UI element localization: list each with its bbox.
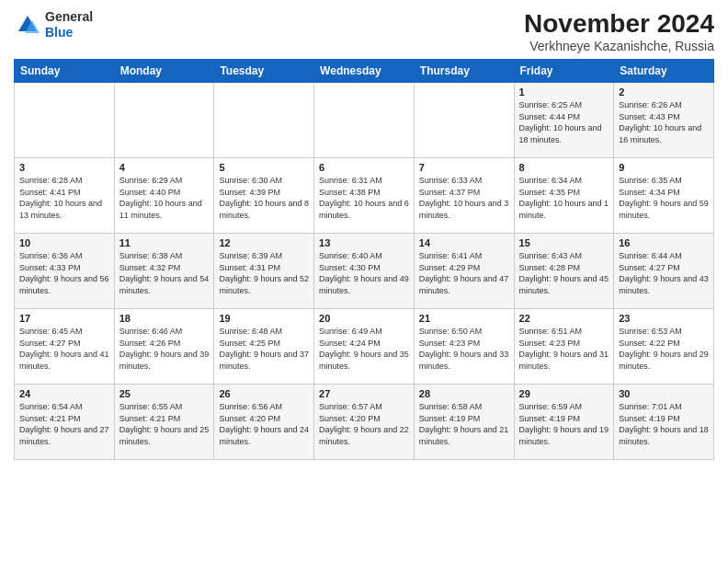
calendar-cell: 16Sunrise: 6:44 AM Sunset: 4:27 PM Dayli… <box>614 234 714 309</box>
day-number: 17 <box>19 313 109 324</box>
day-info: Sunrise: 6:50 AM Sunset: 4:23 PM Dayligh… <box>419 326 509 372</box>
day-info: Sunrise: 6:38 AM Sunset: 4:32 PM Dayligh… <box>119 250 210 296</box>
calendar-cell: 6Sunrise: 6:31 AM Sunset: 4:38 PM Daylig… <box>314 158 415 234</box>
day-number: 11 <box>119 237 210 248</box>
weekday-header: Wednesday <box>314 60 415 83</box>
day-number: 23 <box>619 313 709 324</box>
day-number: 29 <box>519 388 609 399</box>
day-info: Sunrise: 6:36 AM Sunset: 4:33 PM Dayligh… <box>19 250 109 296</box>
calendar-cell: 25Sunrise: 6:55 AM Sunset: 4:21 PM Dayli… <box>114 385 214 460</box>
day-number: 14 <box>419 237 509 248</box>
calendar-cell: 18Sunrise: 6:46 AM Sunset: 4:26 PM Dayli… <box>114 309 214 385</box>
calendar-cell: 19Sunrise: 6:48 AM Sunset: 4:25 PM Dayli… <box>214 309 314 385</box>
calendar-cell: 1Sunrise: 6:25 AM Sunset: 4:44 PM Daylig… <box>514 83 614 158</box>
calendar-cell: 29Sunrise: 6:59 AM Sunset: 4:19 PM Dayli… <box>514 385 614 460</box>
day-number: 7 <box>419 162 509 173</box>
calendar-cell: 11Sunrise: 6:38 AM Sunset: 4:32 PM Dayli… <box>114 234 214 309</box>
weekday-header: Sunday <box>15 60 115 83</box>
day-info: Sunrise: 6:57 AM Sunset: 4:20 PM Dayligh… <box>319 401 409 447</box>
calendar-cell <box>214 83 314 158</box>
day-info: Sunrise: 6:46 AM Sunset: 4:26 PM Dayligh… <box>119 326 210 372</box>
calendar-cell: 12Sunrise: 6:39 AM Sunset: 4:31 PM Dayli… <box>214 234 314 309</box>
day-info: Sunrise: 6:53 AM Sunset: 4:22 PM Dayligh… <box>619 326 709 372</box>
day-info: Sunrise: 6:43 AM Sunset: 4:28 PM Dayligh… <box>519 250 609 296</box>
location: Verkhneye Kazanishche, Russia <box>524 39 714 53</box>
calendar-cell: 21Sunrise: 6:50 AM Sunset: 4:23 PM Dayli… <box>414 309 514 385</box>
weekday-row: SundayMondayTuesdayWednesdayThursdayFrid… <box>15 60 714 83</box>
day-info: Sunrise: 6:59 AM Sunset: 4:19 PM Dayligh… <box>519 401 609 447</box>
calendar-cell: 9Sunrise: 6:35 AM Sunset: 4:34 PM Daylig… <box>614 158 714 234</box>
logo-text: General Blue <box>45 9 93 40</box>
calendar-cell: 20Sunrise: 6:49 AM Sunset: 4:24 PM Dayli… <box>314 309 415 385</box>
day-number: 26 <box>219 388 309 399</box>
day-number: 5 <box>219 162 309 173</box>
calendar-cell: 7Sunrise: 6:33 AM Sunset: 4:37 PM Daylig… <box>414 158 514 234</box>
day-number: 2 <box>619 86 709 98</box>
calendar-cell: 24Sunrise: 6:54 AM Sunset: 4:21 PM Dayli… <box>15 385 115 460</box>
calendar-week: 3Sunrise: 6:28 AM Sunset: 4:41 PM Daylig… <box>15 158 714 234</box>
calendar-cell: 3Sunrise: 6:28 AM Sunset: 4:41 PM Daylig… <box>15 158 115 234</box>
calendar-cell: 15Sunrise: 6:43 AM Sunset: 4:28 PM Dayli… <box>514 234 614 309</box>
calendar-cell: 28Sunrise: 6:58 AM Sunset: 4:19 PM Dayli… <box>414 385 514 460</box>
day-number: 10 <box>19 237 109 248</box>
month-title: November 2024 <box>524 9 714 39</box>
calendar-week: 24Sunrise: 6:54 AM Sunset: 4:21 PM Dayli… <box>15 385 714 460</box>
day-number: 20 <box>319 313 409 324</box>
day-info: Sunrise: 6:41 AM Sunset: 4:29 PM Dayligh… <box>419 250 509 296</box>
logo-icon <box>14 11 41 39</box>
day-number: 13 <box>319 237 409 248</box>
weekday-header: Friday <box>514 60 614 83</box>
day-number: 25 <box>119 388 210 399</box>
day-info: Sunrise: 6:58 AM Sunset: 4:19 PM Dayligh… <box>419 401 509 447</box>
day-number: 27 <box>319 388 409 399</box>
day-info: Sunrise: 6:31 AM Sunset: 4:38 PM Dayligh… <box>319 175 409 221</box>
day-info: Sunrise: 6:26 AM Sunset: 4:43 PM Dayligh… <box>619 99 709 145</box>
day-info: Sunrise: 6:45 AM Sunset: 4:27 PM Dayligh… <box>19 326 109 372</box>
day-info: Sunrise: 6:44 AM Sunset: 4:27 PM Dayligh… <box>619 250 709 296</box>
day-info: Sunrise: 6:51 AM Sunset: 4:23 PM Dayligh… <box>519 326 609 372</box>
weekday-header: Tuesday <box>214 60 314 83</box>
day-number: 6 <box>319 162 409 173</box>
calendar-cell <box>15 83 115 158</box>
day-info: Sunrise: 6:35 AM Sunset: 4:34 PM Dayligh… <box>619 175 709 221</box>
calendar-cell: 30Sunrise: 7:01 AM Sunset: 4:19 PM Dayli… <box>614 385 714 460</box>
weekday-header: Monday <box>114 60 214 83</box>
day-info: Sunrise: 6:30 AM Sunset: 4:39 PM Dayligh… <box>219 175 309 221</box>
calendar-cell: 4Sunrise: 6:29 AM Sunset: 4:40 PM Daylig… <box>114 158 214 234</box>
calendar-cell: 22Sunrise: 6:51 AM Sunset: 4:23 PM Dayli… <box>514 309 614 385</box>
day-info: Sunrise: 6:25 AM Sunset: 4:44 PM Dayligh… <box>519 99 609 145</box>
day-number: 8 <box>519 162 609 173</box>
calendar-week: 10Sunrise: 6:36 AM Sunset: 4:33 PM Dayli… <box>15 234 714 309</box>
day-info: Sunrise: 6:54 AM Sunset: 4:21 PM Dayligh… <box>19 401 109 447</box>
calendar-week: 17Sunrise: 6:45 AM Sunset: 4:27 PM Dayli… <box>15 309 714 385</box>
calendar-cell: 8Sunrise: 6:34 AM Sunset: 4:35 PM Daylig… <box>514 158 614 234</box>
day-number: 30 <box>619 388 709 399</box>
title-block: November 2024 Verkhneye Kazanishche, Rus… <box>524 9 714 53</box>
day-number: 22 <box>519 313 609 324</box>
day-info: Sunrise: 6:39 AM Sunset: 4:31 PM Dayligh… <box>219 250 309 296</box>
calendar-week: 1Sunrise: 6:25 AM Sunset: 4:44 PM Daylig… <box>15 83 714 158</box>
calendar-cell: 17Sunrise: 6:45 AM Sunset: 4:27 PM Dayli… <box>15 309 115 385</box>
calendar: SundayMondayTuesdayWednesdayThursdayFrid… <box>14 59 714 460</box>
calendar-cell <box>114 83 214 158</box>
calendar-cell: 27Sunrise: 6:57 AM Sunset: 4:20 PM Dayli… <box>314 385 415 460</box>
calendar-cell: 14Sunrise: 6:41 AM Sunset: 4:29 PM Dayli… <box>414 234 514 309</box>
day-number: 9 <box>619 162 709 173</box>
calendar-cell: 10Sunrise: 6:36 AM Sunset: 4:33 PM Dayli… <box>15 234 115 309</box>
day-info: Sunrise: 6:28 AM Sunset: 4:41 PM Dayligh… <box>19 175 109 221</box>
calendar-cell: 26Sunrise: 6:56 AM Sunset: 4:20 PM Dayli… <box>214 385 314 460</box>
day-number: 18 <box>119 313 210 324</box>
day-number: 21 <box>419 313 509 324</box>
day-info: Sunrise: 6:55 AM Sunset: 4:21 PM Dayligh… <box>119 401 210 447</box>
day-info: Sunrise: 6:29 AM Sunset: 4:40 PM Dayligh… <box>119 175 210 221</box>
weekday-header: Saturday <box>614 60 714 83</box>
calendar-cell: 13Sunrise: 6:40 AM Sunset: 4:30 PM Dayli… <box>314 234 415 309</box>
calendar-header: SundayMondayTuesdayWednesdayThursdayFrid… <box>15 60 714 83</box>
day-info: Sunrise: 6:33 AM Sunset: 4:37 PM Dayligh… <box>419 175 509 221</box>
day-info: Sunrise: 6:56 AM Sunset: 4:20 PM Dayligh… <box>219 401 309 447</box>
day-info: Sunrise: 7:01 AM Sunset: 4:19 PM Dayligh… <box>619 401 709 447</box>
day-number: 1 <box>519 86 609 98</box>
logo-general: General <box>45 9 93 25</box>
day-number: 3 <box>19 162 109 173</box>
calendar-body: 1Sunrise: 6:25 AM Sunset: 4:44 PM Daylig… <box>15 83 714 460</box>
